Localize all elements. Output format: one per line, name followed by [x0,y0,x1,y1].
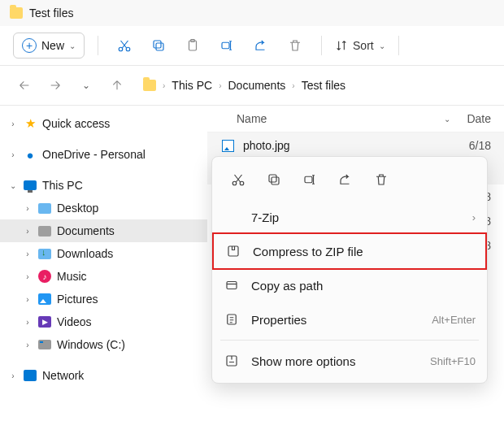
tree-label: Videos [57,315,92,328]
cloud-icon: ● [23,147,37,162]
context-item-properties[interactable]: Properties Alt+Enter [212,302,487,336]
share-icon[interactable] [248,33,274,59]
tree-item-documents[interactable]: › Documents [0,219,207,242]
zip-icon [225,244,241,258]
delete-icon[interactable] [367,167,396,193]
chevron-right-icon: › [219,81,221,90]
recent-button[interactable]: ⌄ [75,74,98,97]
new-button[interactable]: + New ⌄ [13,33,85,59]
forward-button[interactable] [44,74,67,97]
svg-point-1 [126,47,130,51]
chevron-down-icon[interactable]: ⌄ [8,180,18,190]
chevron-right-icon[interactable]: › [23,226,33,236]
file-date: 6/18 [467,139,491,152]
tree-label: Downloads [57,247,113,260]
tree-label: OneDrive - Personal [42,148,146,161]
tree-label: Pictures [57,293,98,306]
document-icon [37,224,52,238]
chevron-down-icon: ⌄ [444,115,450,124]
tree-item-desktop[interactable]: › Desktop [0,197,207,219]
breadcrumb-item[interactable]: This PC [172,79,212,92]
star-icon: ★ [23,116,37,131]
delete-icon[interactable] [282,33,308,59]
context-item-compress-zip[interactable]: Compress to ZIP file [212,232,487,270]
rename-icon[interactable] [295,167,324,193]
tree-label: Quick access [42,117,110,130]
cut-icon[interactable] [111,33,137,59]
context-menu: 7-Zip › Compress to ZIP file Copy as pat… [211,156,488,384]
tree-item-videos[interactable]: › ▶ Videos [0,310,207,333]
svg-rect-9 [272,177,279,184]
context-shortcut: Shift+F10 [430,355,476,367]
chevron-right-icon: › [292,81,294,90]
chevron-right-icon[interactable]: › [23,294,33,304]
tree-label: Desktop [57,202,98,215]
tree-item-windows-c[interactable]: › Windows (C:) [0,333,207,356]
up-button[interactable] [106,74,128,97]
context-quick-actions [212,162,487,201]
breadcrumb-item[interactable]: Test files [302,79,345,92]
svg-rect-13 [227,282,237,289]
music-icon: ♪ [37,269,52,284]
tree-item-downloads[interactable]: › Downloads [0,242,207,265]
column-name[interactable]: Name ⌄ [220,112,450,125]
window-title: Test files [29,7,73,20]
copy-icon[interactable] [146,33,172,59]
video-icon: ▶ [37,315,52,329]
context-item-label: Show more options [251,354,419,368]
chevron-right-icon[interactable]: › [23,271,33,281]
picture-icon [37,292,52,306]
tree-item-pictures[interactable]: › Pictures [0,288,207,310]
chevron-right-icon: › [472,211,476,224]
new-label: New [41,39,64,52]
context-item-copy-path[interactable]: Copy as path [212,268,487,302]
svg-rect-6 [222,42,229,49]
plus-icon: + [22,38,37,53]
context-item-more-options[interactable]: Show more options Shift+F10 [212,344,487,378]
tree-item-quick-access[interactable]: › ★ Quick access [0,112,207,135]
chevron-right-icon[interactable]: › [8,150,18,159]
column-headers: Name ⌄ Date [207,106,504,132]
chevron-right-icon[interactable]: › [23,317,33,327]
window-titlebar: Test files [0,0,504,26]
properties-icon [224,312,240,327]
folder-icon [143,80,156,91]
context-item-label: Compress to ZIP file [253,245,474,258]
cut-icon[interactable] [224,167,253,193]
tree-label: Music [57,270,87,283]
share-icon[interactable] [331,167,360,193]
context-shortcut: Alt+Enter [432,314,476,326]
monitor-icon [23,178,37,193]
svg-point-8 [240,181,244,185]
context-item-7zip[interactable]: 7-Zip › [212,201,487,234]
more-icon [224,354,240,368]
back-button[interactable] [13,74,36,97]
chevron-right-icon[interactable]: › [8,371,18,380]
svg-rect-3 [154,41,161,48]
chevron-right-icon[interactable]: › [8,119,18,128]
chevron-right-icon[interactable]: › [23,249,33,258]
column-date[interactable]: Date [450,112,491,125]
file-name: photo.jpg [243,139,458,152]
breadcrumb-item[interactable]: Documents [228,79,285,92]
tree-item-network[interactable]: › Network [0,364,207,387]
paste-icon[interactable] [180,33,206,59]
tree-item-music[interactable]: › ♪ Music [0,265,207,288]
file-row[interactable]: photo.jpg 6/18 [207,132,504,158]
svg-rect-12 [228,246,238,256]
file-list-pane: Name ⌄ Date photo.jpg 6/18 18 18 18 [207,106,504,447]
copy-icon[interactable] [259,167,289,193]
tree-item-this-pc[interactable]: ⌄ This PC [0,174,207,197]
network-icon [23,368,37,383]
tree-label: Network [42,369,84,382]
breadcrumb[interactable]: › This PC › Documents › Test files [137,76,491,95]
tree-label: Documents [57,224,115,237]
rename-icon[interactable] [214,33,240,59]
svg-point-0 [119,47,123,51]
svg-rect-10 [269,175,276,182]
svg-point-7 [232,181,237,185]
chevron-right-icon[interactable]: › [23,340,33,349]
tree-item-onedrive[interactable]: › ● OneDrive - Personal [0,143,207,166]
chevron-right-icon[interactable]: › [23,203,33,213]
sort-button[interactable]: Sort ⌄ [335,33,385,59]
